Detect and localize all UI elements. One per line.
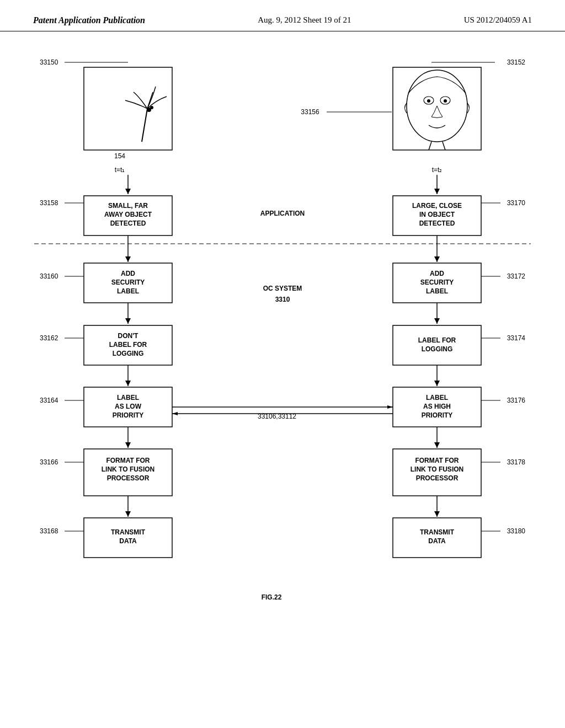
page-header: Patent Application Publication Aug. 9, 2…: [0, 0, 565, 31]
svg-marker-34: [125, 511, 131, 517]
svg-text:PROCESSOR: PROCESSOR: [107, 474, 150, 482]
svg-marker-4: [125, 189, 131, 194]
svg-point-2: [150, 106, 153, 109]
svg-text:DATA: DATA: [119, 537, 137, 545]
svg-text:LINK TO FUSION: LINK TO FUSION: [411, 465, 463, 473]
time-t1: t=t₁: [115, 166, 125, 174]
svg-marker-16: [125, 318, 131, 324]
svg-marker-65: [434, 381, 440, 386]
ref-33180: 33180: [507, 527, 526, 535]
svg-marker-79: [434, 511, 440, 517]
svg-text:FORMAT FOR: FORMAT FOR: [106, 457, 150, 464]
svg-text:DON'T: DON'T: [118, 332, 139, 340]
svg-text:LABEL FOR: LABEL FOR: [418, 336, 456, 344]
svg-text:DETECTED: DETECTED: [110, 220, 146, 227]
svg-text:FORMAT FOR: FORMAT FOR: [415, 457, 459, 464]
svg-text:TRANSMIT: TRANSMIT: [111, 528, 146, 536]
svg-text:LABEL: LABEL: [117, 287, 139, 295]
fig-label: FIG.22: [262, 593, 282, 601]
svg-text:SECURITY: SECURITY: [420, 279, 454, 286]
svg-marker-71: [172, 412, 178, 415]
svg-text:ADD: ADD: [121, 270, 135, 277]
svg-marker-28: [125, 442, 131, 448]
ref-33160: 33160: [40, 272, 58, 280]
sheet-info: Aug. 9, 2012 Sheet 19 of 21: [258, 15, 351, 25]
ref-33178: 33178: [507, 458, 526, 466]
svg-text:PROCESSOR: PROCESSOR: [416, 474, 459, 482]
time-t2: t=t₂: [432, 166, 443, 174]
svg-marker-54: [434, 256, 440, 262]
text-small-far: SMALL, FAR: [108, 202, 148, 210]
ref-33168: 33168: [40, 527, 58, 535]
svg-text:LOGGING: LOGGING: [113, 350, 144, 357]
publication-label: Patent Application Publication: [33, 15, 145, 25]
svg-text:PRIORITY: PRIORITY: [422, 411, 453, 419]
svg-text:AWAY OBJECT: AWAY OBJECT: [104, 211, 152, 218]
ref-33166: 33166: [40, 458, 58, 466]
svg-text:DETECTED: DETECTED: [419, 220, 455, 227]
fig22-diagram: 33150 154 t=t₁: [34, 48, 531, 688]
svg-text:PRIORITY: PRIORITY: [113, 411, 144, 419]
svg-marker-47: [434, 189, 440, 194]
svg-text:IN OBJECT: IN OBJECT: [419, 211, 455, 218]
svg-marker-60: [434, 318, 440, 324]
svg-marker-10: [125, 256, 131, 262]
svg-point-43: [444, 99, 447, 103]
application-label: APPLICATION: [260, 210, 305, 217]
svg-text:TRANSMIT: TRANSMIT: [420, 528, 455, 536]
ref-33172: 33172: [507, 272, 526, 280]
ref-33158: 33158: [40, 199, 58, 207]
oc-system-label: OC SYSTEM: [263, 285, 302, 292]
svg-point-42: [427, 99, 430, 103]
ref-33106-33112: 33106,33112: [258, 413, 296, 420]
diagram-area: 33150 154 t=t₁: [0, 37, 565, 699]
ref-33176: 33176: [507, 397, 526, 404]
ref-33150: 33150: [40, 58, 58, 66]
svg-marker-22: [125, 381, 131, 386]
svg-text:LOGGING: LOGGING: [422, 345, 453, 353]
label-154: 154: [114, 152, 125, 160]
svg-text:LABEL: LABEL: [117, 394, 139, 402]
svg-text:LINK TO FUSION: LINK TO FUSION: [102, 465, 154, 473]
svg-text:LABEL: LABEL: [426, 287, 448, 295]
svg-marker-70: [387, 405, 393, 409]
ref-33156: 33156: [301, 108, 319, 116]
ref-33152: 33152: [507, 58, 526, 66]
svg-text:AS LOW: AS LOW: [115, 403, 142, 410]
ref-33162: 33162: [40, 334, 58, 342]
page: Patent Application Publication Aug. 9, 2…: [0, 0, 565, 728]
svg-text:LABEL: LABEL: [426, 394, 448, 402]
svg-text:DATA: DATA: [428, 537, 446, 545]
patent-number: US 2012/204059 A1: [464, 15, 532, 25]
svg-text:LABEL FOR: LABEL FOR: [109, 341, 147, 349]
svg-marker-73: [434, 442, 440, 448]
ref-33164: 33164: [40, 397, 58, 404]
svg-text:SECURITY: SECURITY: [111, 279, 145, 286]
oc-system-num: 3310: [275, 296, 290, 303]
right-image-box: [393, 67, 481, 150]
svg-text:AS HIGH: AS HIGH: [423, 403, 451, 410]
left-image-box: [84, 67, 172, 150]
ref-33174: 33174: [507, 334, 526, 342]
ref-33170: 33170: [507, 199, 526, 207]
svg-text:ADD: ADD: [430, 270, 444, 277]
svg-text:LARGE, CLOSE: LARGE, CLOSE: [412, 202, 462, 210]
